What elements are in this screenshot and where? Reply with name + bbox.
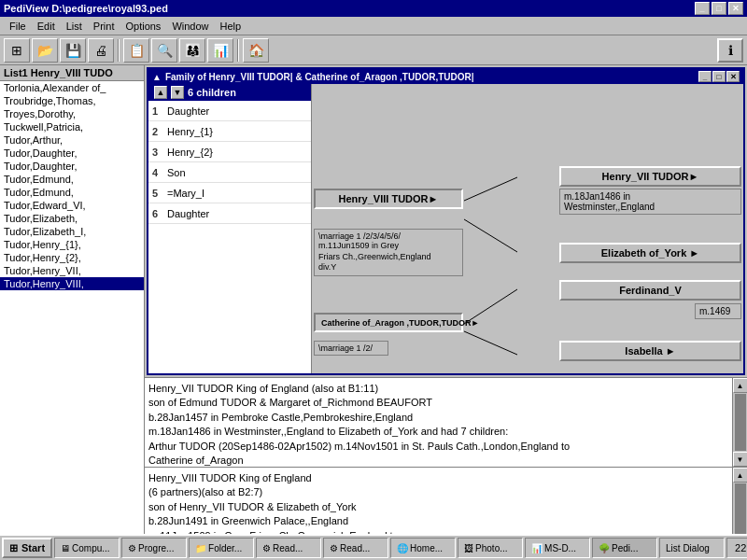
family-maximize-btn[interactable]: □	[712, 71, 726, 82]
child-row-1[interactable]: 1 Daughter	[148, 101, 311, 121]
list-item[interactable]: Tudor,Daughter,	[0, 160, 144, 173]
taskbar-btn-msd[interactable]: 📊 MS-D...	[525, 538, 590, 558]
menu-help[interactable]: Help	[215, 19, 247, 34]
taskbar-btn-compu[interactable]: 🖥 Compu...	[54, 538, 120, 558]
taskbar-btn-pedi[interactable]: 🌳 Pedi...	[592, 538, 657, 558]
family-window-controls: _ □ ✕	[698, 71, 740, 82]
desc-text-1[interactable]: Henry_VII TUDOR King of England (also at…	[145, 378, 732, 467]
catherine-name: Catherine of_Aragon ,TUDOR,TUDOR►	[321, 318, 479, 328]
progre-label: Progre...	[138, 543, 174, 553]
list-item[interactable]: Tudor,Edward_VI,	[0, 199, 144, 212]
toolbar-btn-1[interactable]: ⊞	[4, 38, 30, 63]
child-num-5: 5	[152, 188, 167, 199]
catherine-box[interactable]: Catherine of_Aragon ,TUDOR,TUDOR►	[314, 313, 463, 332]
list-item[interactable]: Torlonia,Alexander of_	[0, 81, 144, 94]
progre-icon: ⚙	[128, 543, 136, 553]
toolbar-btn-7[interactable]: 👨‍👩‍👧	[179, 38, 205, 63]
taskbar-btn-home[interactable]: 🌐 Home...	[390, 538, 456, 558]
henry-vii-date: m.18Jan1486 inWestminster,,England	[564, 191, 655, 212]
nav-up-btn[interactable]: ▲	[154, 86, 167, 99]
elizabeth-york-box[interactable]: Elizabeth of_York ►	[559, 243, 741, 263]
marriage1-box[interactable]: \marriage 1 /2/3/4/5/6/ m.11Jun1509 in G…	[314, 229, 463, 276]
desc-scrollbar-1: ▲ ▼	[732, 378, 747, 467]
list-item[interactable]: Tudor,Edmund,	[0, 173, 144, 186]
msd-label: MS-D...	[544, 543, 576, 553]
menu-list[interactable]: List	[61, 19, 88, 34]
scroll-up-btn-2[interactable]: ▲	[733, 468, 748, 483]
list-content[interactable]: Torlonia,Alexander of_ Troubridge,Thomas…	[0, 81, 144, 539]
menu-window[interactable]: Window	[166, 19, 214, 34]
ferdinand-box[interactable]: Ferdinand_V	[559, 280, 741, 301]
msd-icon: 📊	[531, 543, 543, 553]
toolbar-btn-special[interactable]: ℹ	[717, 38, 743, 63]
child-row-5[interactable]: 5 =Mary_I	[148, 183, 311, 203]
list-item[interactable]: Troubridge,Thomas,	[0, 94, 144, 107]
child-name-3: Henry_{2}	[167, 147, 213, 158]
catherine-date: m.1469	[699, 306, 730, 316]
main-area: List1 Henry_VIII TUDO Torlonia,Alexander…	[0, 65, 747, 539]
list-item[interactable]: Tudor,Elizabeth_I,	[0, 225, 144, 238]
list-item[interactable]: Tudor,Henry_VII,	[0, 264, 144, 277]
start-icon: ⊞	[9, 542, 18, 554]
family-content: ▲ ▼ 6 children 1 Daughter 2 Henry_{1}	[148, 84, 743, 373]
compu-label: Compu...	[72, 543, 110, 553]
minimize-button[interactable]: _	[695, 2, 710, 15]
catherine-date-box: m.1469	[695, 303, 741, 319]
toolbar-btn-5[interactable]: 📋	[123, 38, 149, 63]
isabella-box[interactable]: Isabella ►	[559, 341, 741, 361]
elizabeth-york-name: Elizabeth of_York ►	[601, 247, 699, 259]
taskbar-btn-folder[interactable]: 📁 Folder...	[189, 538, 254, 558]
list-item[interactable]: Tudor,Henry_{1},	[0, 238, 144, 251]
marriage2-box[interactable]: \marriage 1 /2/	[314, 341, 388, 356]
nav-down-btn[interactable]: ▼	[171, 86, 184, 99]
taskbar-btn-photo[interactable]: 🖼 Photo...	[458, 538, 523, 558]
home-label: Home...	[410, 543, 443, 553]
start-button[interactable]: ⊞ Start	[2, 538, 52, 558]
taskbar-btn-read2[interactable]: ⚙ Read...	[323, 538, 388, 558]
child-num-6: 6	[152, 208, 167, 219]
taskbar-btn-progre[interactable]: ⚙ Progre...	[121, 538, 187, 558]
menu-edit[interactable]: Edit	[32, 19, 61, 34]
menu-print[interactable]: Print	[88, 19, 120, 34]
list-item[interactable]: Tudor,Daughter,	[0, 147, 144, 160]
maximize-button[interactable]: □	[712, 2, 726, 15]
taskbar-btn-read1[interactable]: ⚙ Read...	[256, 538, 321, 558]
taskbar-btn-listdialog[interactable]: List Dialog	[659, 538, 725, 558]
scroll-thumb-1	[735, 394, 746, 451]
list-item[interactable]: Tudor,Elizabeth,	[0, 212, 144, 225]
child-row-4[interactable]: 4 Son	[148, 162, 311, 183]
henry-vii-name: Henry_VII TUDOR►	[602, 171, 699, 182]
toolbar-btn-3[interactable]: 💾	[60, 38, 86, 63]
svg-line-3	[464, 331, 517, 355]
henry-viii-box[interactable]: Henry_VIII TUDOR►	[314, 189, 463, 209]
toolbar-btn-4[interactable]: 🖨	[88, 38, 114, 63]
menu-options[interactable]: Options	[120, 19, 166, 34]
henry-vii-box[interactable]: Henry_VII TUDOR►	[559, 166, 741, 187]
list-item[interactable]: Troyes,Dorothy,	[0, 107, 144, 120]
list-item-selected[interactable]: Tudor,Henry_VIII,	[0, 277, 144, 290]
scroll-up-btn-1[interactable]: ▲	[733, 378, 748, 393]
child-row-3[interactable]: 3 Henry_{2}	[148, 142, 311, 162]
list-item[interactable]: Tudor,Edmund,	[0, 186, 144, 199]
ferdinand-name: Ferdinand_V	[619, 285, 682, 296]
isabella-name: Isabella ►	[625, 345, 675, 357]
toolbar-btn-9[interactable]: 🏠	[243, 38, 269, 63]
child-row-6[interactable]: 6 Daughter	[148, 203, 311, 224]
toolbar-btn-8[interactable]: 📊	[207, 38, 233, 63]
scroll-down-btn-1[interactable]: ▼	[733, 452, 748, 467]
menu-file[interactable]: File	[4, 19, 32, 34]
family-close-btn[interactable]: ✕	[726, 71, 740, 82]
scroll-thumb-2	[735, 483, 746, 539]
child-name-4: Son	[167, 167, 186, 178]
close-button[interactable]: ✕	[728, 2, 743, 15]
children-list[interactable]: 1 Daughter 2 Henry_{1} 3 Henry_{2} 4	[148, 101, 311, 373]
list-item[interactable]: Tudor,Arthur,	[0, 133, 144, 147]
toolbar-btn-2[interactable]: 📂	[32, 38, 58, 63]
list-item[interactable]: Tuckwell,Patricia,	[0, 120, 144, 133]
child-row-2[interactable]: 2 Henry_{1}	[148, 121, 311, 142]
toolbar-btn-6[interactable]: 🔍	[151, 38, 177, 63]
list-item[interactable]: Tudor,Henry_{2},	[0, 251, 144, 264]
family-minimize-btn[interactable]: _	[698, 71, 712, 82]
folder-icon: 📁	[195, 543, 206, 553]
marriage2-text: \marriage 1 /2/	[318, 343, 384, 353]
